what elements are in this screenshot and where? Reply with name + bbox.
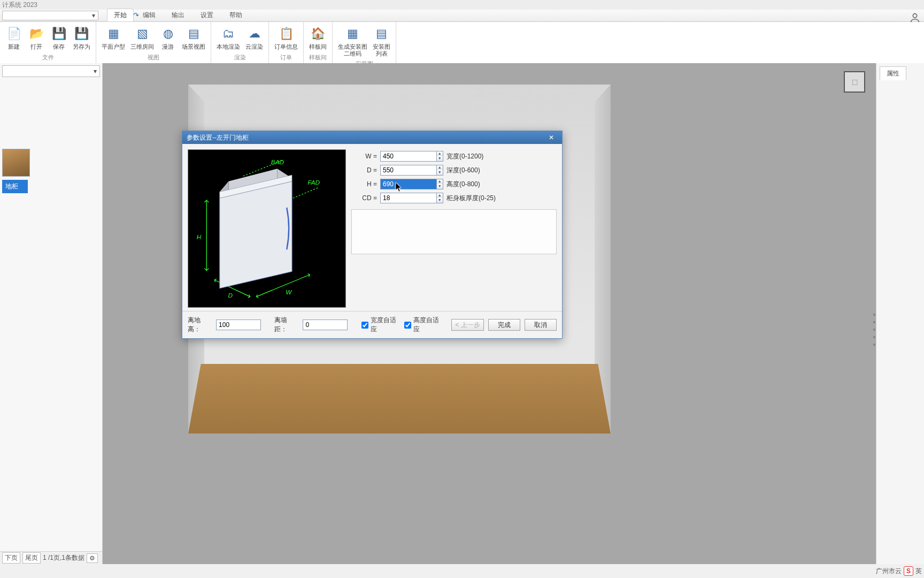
ribbon-tab-开始[interactable]: 开始 xyxy=(107,9,134,21)
cancel-button[interactable]: 取消 xyxy=(525,319,557,331)
spin-down-icon[interactable]: ▼ xyxy=(437,156,443,161)
svg-marker-10 xyxy=(220,181,292,288)
ribbon-group-视图: ▦平面户型▧三维房间◍漫游▤场景视图视图 xyxy=(96,22,211,69)
auto-width-checkbox[interactable]: 宽度自适应 xyxy=(361,316,400,334)
cabinet-preview: BAD FAD H D W xyxy=(188,149,346,308)
svg-line-2 xyxy=(293,188,318,199)
plan-button[interactable]: ▦平面户型 xyxy=(99,24,127,51)
installlist-icon: ▤ xyxy=(373,25,390,42)
pager-settings-icon[interactable]: ⚙ xyxy=(87,553,98,563)
scene-button[interactable]: ▤场景视图 xyxy=(180,24,207,51)
finish-button[interactable]: 完成 xyxy=(488,319,520,331)
user-icon[interactable] xyxy=(909,12,921,24)
properties-tab[interactable]: 属性 xyxy=(880,66,906,80)
cabinet-thumb-label[interactable]: 地柜 xyxy=(2,180,28,193)
orderinfo-button[interactable]: 📋订单信息 xyxy=(272,24,300,51)
ribbon-group-订单: 📋订单信息订单 xyxy=(269,22,304,69)
cloudrender-button[interactable]: ☁云渲染 xyxy=(243,24,265,51)
ribbon-tab-编辑[interactable]: 编辑 xyxy=(136,9,163,21)
orderinfo-label: 订单信息 xyxy=(274,43,298,50)
status-bar: 广州市云 S 英 xyxy=(876,565,922,577)
nav-cube-icon[interactable]: ⬚ xyxy=(844,71,865,93)
cabinet-thumb[interactable] xyxy=(2,149,30,177)
save-label: 保存 xyxy=(53,43,65,50)
right-panel: 属性 xyxy=(876,63,924,564)
ribbon-tab-设置[interactable]: 设置 xyxy=(194,9,220,21)
plan-label: 平面户型 xyxy=(102,43,125,50)
spin-up-icon[interactable]: ▲ xyxy=(437,179,443,184)
orderinfo-icon: 📋 xyxy=(278,25,295,42)
svg-point-0 xyxy=(913,14,917,18)
pager-info: 1 /1页,1条数据 xyxy=(43,553,84,562)
label-W: W xyxy=(286,288,292,295)
sample-icon: 🏠 xyxy=(310,25,327,42)
wall-distance-input[interactable] xyxy=(303,320,348,330)
sample-label: 样板间 xyxy=(309,43,327,50)
genqr-button[interactable]: ▦生成安装图 二维码 xyxy=(336,24,369,58)
label-D: D xyxy=(228,292,233,299)
param-desc-H: 高度(0-800) xyxy=(446,180,480,189)
param-label-CD: CD = xyxy=(352,194,377,202)
panel-drag-handle[interactable] xyxy=(873,314,876,346)
open-button[interactable]: 📂打开 xyxy=(26,24,47,51)
ribbon-tab-输出[interactable]: 输出 xyxy=(165,9,191,21)
param-row-W: W =▲▼宽度(0-1200) xyxy=(352,149,557,163)
plan-icon: ▦ xyxy=(105,25,122,42)
param-row-H: H =▲▼高度(0-800) xyxy=(352,177,557,191)
saveas-icon: 💾 xyxy=(73,25,90,42)
param-list: W =▲▼宽度(0-1200)D =▲▼深度(0-600)H =▲▼高度(0-8… xyxy=(352,149,557,308)
ribbon-tab-帮助[interactable]: 帮助 xyxy=(222,9,249,21)
label-FAD: FAD xyxy=(307,179,320,186)
status-lang: 英 xyxy=(915,567,922,576)
param-input-CD[interactable]: ▲▼ xyxy=(380,193,443,203)
status-region: 广州市云 xyxy=(876,567,902,576)
spin-down-icon[interactable]: ▼ xyxy=(437,184,443,189)
pager-next[interactable]: 下页 xyxy=(2,552,20,564)
ground-height-input[interactable] xyxy=(216,320,261,330)
spin-down-icon[interactable]: ▼ xyxy=(437,170,443,175)
auto-height-checkbox[interactable]: 高度自适应 xyxy=(404,316,443,334)
ime-badge[interactable]: S xyxy=(904,566,913,576)
roam-label: 漫游 xyxy=(162,43,174,50)
localrender-button[interactable]: 🗂本地渲染 xyxy=(214,24,242,51)
save-icon: 💾 xyxy=(50,25,67,42)
thumbnail-area: 地柜 xyxy=(0,143,102,195)
saveas-button[interactable]: 💾另存为 xyxy=(71,24,93,51)
group-label: 视图 xyxy=(99,54,207,62)
new-button[interactable]: 📄新建 xyxy=(3,24,25,51)
left-sidebar: ▾ 地柜 下页 尾页 1 /1页,1条数据 ⚙ xyxy=(0,63,103,564)
spin-down-icon[interactable]: ▼ xyxy=(437,198,443,203)
save-button[interactable]: 💾保存 xyxy=(48,24,70,51)
group-label: 文件 xyxy=(3,54,93,62)
prev-step-button: < 上一步 xyxy=(451,319,483,331)
spin-up-icon[interactable]: ▲ xyxy=(437,165,443,170)
param-row-CD: CD =▲▼柜身板厚度(0-25) xyxy=(352,191,557,205)
param-desc-W: 宽度(0-1200) xyxy=(446,152,483,161)
sample-button[interactable]: 🏠样板间 xyxy=(307,24,329,51)
3droom-label: 三维房间 xyxy=(130,43,154,50)
qat-combo[interactable]: ▾ xyxy=(2,11,98,20)
close-icon[interactable]: ✕ xyxy=(545,134,558,141)
spin-up-icon[interactable]: ▲ xyxy=(437,193,443,198)
dialog-titlebar[interactable]: 参数设置--左开门地柜 ✕ xyxy=(182,131,562,144)
scene-icon: ▤ xyxy=(185,25,202,42)
app-title: 计系统 2023 xyxy=(2,1,37,10)
left-tree[interactable] xyxy=(0,79,102,143)
param-row-D: D =▲▼深度(0-600) xyxy=(352,163,557,177)
spin-up-icon[interactable]: ▲ xyxy=(437,151,443,156)
param-input-H[interactable]: ▲▼ xyxy=(380,179,443,189)
pager-last[interactable]: 尾页 xyxy=(22,552,41,564)
left-combo[interactable]: ▾ xyxy=(2,65,100,77)
param-input-D[interactable]: ▲▼ xyxy=(380,165,443,176)
dialog-title: 参数设置--左开门地柜 xyxy=(187,133,249,142)
param-input-W[interactable]: ▲▼ xyxy=(380,151,443,162)
param-dialog: 参数设置--左开门地柜 ✕ xyxy=(182,131,563,339)
3droom-button[interactable]: ▧三维房间 xyxy=(128,24,156,51)
ribbon-body: 📄新建📂打开💾保存💾另存为文件▦平面户型▧三维房间◍漫游▤场景视图视图🗂本地渲染… xyxy=(0,21,924,69)
saveas-label: 另存为 xyxy=(73,43,90,50)
roam-button[interactable]: ◍漫游 xyxy=(157,24,179,51)
installlist-button[interactable]: ▤安装图 列表 xyxy=(371,24,392,58)
dialog-footer: 离地高： 离墙距： 宽度自适应 高度自适应 < 上一步 完成 取消 xyxy=(182,311,562,338)
new-icon: 📄 xyxy=(5,25,22,42)
genqr-label: 生成安装图 二维码 xyxy=(338,43,367,57)
